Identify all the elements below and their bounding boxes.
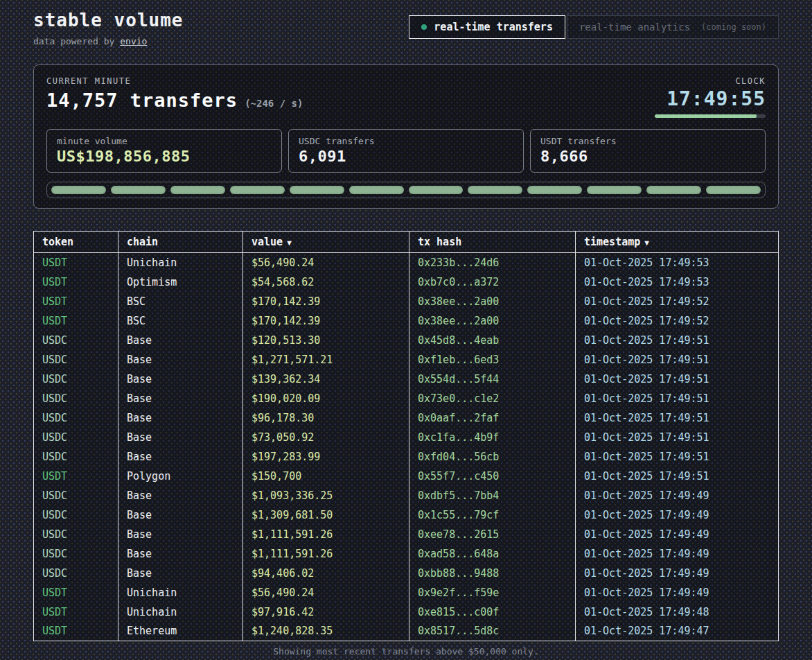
chain-cell: Unichain	[118, 602, 243, 622]
stat-boxes: minute volume US$198,856,885 USDC transf…	[46, 129, 766, 173]
table-row: USDT Polygon $150,700 0x55f7...c450 01-O…	[34, 467, 779, 486]
table-row: USDT BSC $170,142.39 0x38ee...2a00 01-Oc…	[34, 311, 779, 331]
envio-link[interactable]: envio	[120, 36, 147, 46]
tx-hash-link[interactable]: 0x55f7...c450	[409, 467, 576, 486]
current-minute-panel: CURRENT MINUTE 14,757 transfers (~246 / …	[33, 64, 779, 209]
timestamp-cell: 01-Oct-2025 17:49:51	[576, 408, 779, 428]
tx-hash-link[interactable]: 0x9e2f...f59e	[409, 583, 576, 602]
token-cell: USDC	[34, 331, 118, 350]
table-row: USDC Base $190,020.09 0x73e0...c1e2 01-O…	[34, 389, 779, 408]
timestamp-cell: 01-Oct-2025 17:49:49	[576, 505, 779, 525]
tx-hash-link[interactable]: 0xc1fa...4b9f	[409, 428, 576, 447]
table-header-row: token chain value▼ tx hash timestamp▼	[34, 232, 779, 253]
token-cell: USDC	[34, 447, 118, 467]
tx-hash-link[interactable]: 0xbb88...9488	[409, 564, 576, 583]
transfers-count-line: 14,757 transfers (~246 / s)	[46, 89, 303, 111]
timestamp-cell: 01-Oct-2025 17:49:48	[576, 602, 779, 622]
activity-segment	[646, 186, 701, 194]
table-row: USDT Unichain $56,490.24 0x233b...24d6 0…	[34, 253, 779, 272]
table-row: USDC Base $96,178.30 0x0aaf...2faf 01-Oc…	[34, 408, 779, 428]
value-cell: $1,111,591.26	[243, 525, 409, 544]
column-header-token: token	[34, 232, 118, 253]
activity-segment	[587, 186, 642, 194]
tx-hash-link[interactable]: 0x233b...24d6	[409, 253, 576, 272]
token-cell: USDC	[34, 525, 118, 544]
tx-hash-link[interactable]: 0xee78...2615	[409, 525, 576, 544]
chain-cell: Ethereum	[118, 622, 243, 641]
token-cell: USDT	[34, 622, 118, 641]
activity-segment	[51, 186, 106, 194]
coming-soon-badge: (coming soon)	[701, 22, 766, 32]
activity-segment	[468, 186, 522, 194]
tx-hash-link[interactable]: 0x73e0...c1e2	[409, 389, 576, 408]
value-cell: $1,093,336.25	[243, 486, 409, 505]
sort-desc-icon: ▼	[644, 238, 649, 248]
token-cell: USDT	[34, 272, 118, 292]
minute-activity-bar	[46, 182, 766, 198]
activity-segment	[290, 186, 344, 194]
value-cell: $56,490.24	[243, 583, 409, 602]
token-cell: USDC	[34, 486, 118, 505]
activity-segment	[527, 186, 582, 194]
value-cell: $54,568.62	[243, 272, 409, 292]
clock-progress-fill	[655, 114, 757, 118]
table-row: USDC Base $139,362.34 0x554d...5f44 01-O…	[34, 370, 779, 389]
tx-hash-link[interactable]: 0x38ee...2a00	[409, 292, 576, 311]
timestamp-cell: 01-Oct-2025 17:49:49	[576, 525, 779, 544]
timestamp-cell: 01-Oct-2025 17:49:51	[576, 428, 779, 447]
transfers-summary: CURRENT MINUTE 14,757 transfers (~246 / …	[46, 76, 303, 111]
chain-cell: Optimism	[118, 272, 243, 292]
tab-real-time-transfers[interactable]: real-time transfers	[409, 15, 565, 39]
table-row: USDC Base $1,271,571.21 0xf1eb...6ed3 01…	[34, 350, 779, 370]
timestamp-cell: 01-Oct-2025 17:49:49	[576, 564, 779, 583]
tx-hash-link[interactable]: 0x8517...5d8c	[409, 622, 576, 641]
chain-cell: Unichain	[118, 253, 243, 272]
tx-hash-link[interactable]: 0xb7c0...a372	[409, 272, 576, 292]
tab-real-time-analytics[interactable]: real-time analytics (coming soon)	[567, 15, 779, 39]
clock-label: CLOCK	[655, 76, 766, 86]
timestamp-cell: 01-Oct-2025 17:49:53	[576, 272, 779, 292]
timestamp-cell: 01-Oct-2025 17:49:51	[576, 370, 779, 389]
timestamp-cell: 01-Oct-2025 17:49:51	[576, 447, 779, 467]
value-cell: $139,362.34	[243, 370, 409, 389]
table-row: USDC Base $73,050.92 0xc1fa...4b9f 01-Oc…	[34, 428, 779, 447]
value-cell: $1,111,591.26	[243, 544, 409, 564]
timestamp-cell: 01-Oct-2025 17:49:47	[576, 622, 779, 641]
stat-label: USDC transfers	[299, 136, 513, 146]
tx-hash-link[interactable]: 0xfd04...56cb	[409, 447, 576, 467]
chain-cell: BSC	[118, 311, 243, 331]
subtitle: data powered by envio	[33, 36, 184, 46]
chain-cell: Base	[118, 486, 243, 505]
column-header-value[interactable]: value▼	[243, 232, 409, 253]
chain-cell: Base	[118, 408, 243, 428]
tx-hash-link[interactable]: 0xdbf5...7bb4	[409, 486, 576, 505]
title-block: stable volume data powered by envio	[33, 10, 184, 46]
tx-hash-link[interactable]: 0x554d...5f44	[409, 370, 576, 389]
tx-hash-link[interactable]: 0x1c55...79cf	[409, 505, 576, 525]
tx-hash-link[interactable]: 0xe815...c00f	[409, 602, 576, 622]
tx-hash-link[interactable]: 0xad58...648a	[409, 544, 576, 564]
activity-segment	[170, 186, 225, 194]
transfers-table-body: USDT Unichain $56,490.24 0x233b...24d6 0…	[34, 253, 779, 641]
table-row: USDC Base $1,111,591.26 0xee78...2615 01…	[34, 525, 779, 544]
top-bar: stable volume data powered by envio real…	[33, 10, 779, 46]
table-row: USDC Base $1,309,681.50 0x1c55...79cf 01…	[34, 505, 779, 525]
table-row: USDT Unichain $97,916.42 0xe815...c00f 0…	[34, 602, 779, 622]
column-header-chain: chain	[118, 232, 243, 253]
activity-segment	[349, 186, 404, 194]
value-cell: $190,020.09	[243, 389, 409, 408]
column-header-timestamp[interactable]: timestamp▼	[576, 232, 779, 253]
token-cell: USDC	[34, 408, 118, 428]
timestamp-cell: 01-Oct-2025 17:49:52	[576, 311, 779, 331]
value-cell: $197,283.99	[243, 447, 409, 467]
token-cell: USDC	[34, 370, 118, 389]
token-cell: USDT	[34, 311, 118, 331]
tx-hash-link[interactable]: 0x45d8...4eab	[409, 331, 576, 350]
tx-hash-link[interactable]: 0xf1eb...6ed3	[409, 350, 576, 370]
tx-hash-link[interactable]: 0x0aaf...2faf	[409, 408, 576, 428]
value-cell: $170,142.39	[243, 292, 409, 311]
chain-cell: Base	[118, 544, 243, 564]
table-row: USDT Ethereum $1,240,828.35 0x8517...5d8…	[34, 622, 779, 641]
tx-hash-link[interactable]: 0x38ee...2a00	[409, 311, 576, 331]
table-row: USDC Base $1,111,591.26 0xad58...648a 01…	[34, 544, 779, 564]
